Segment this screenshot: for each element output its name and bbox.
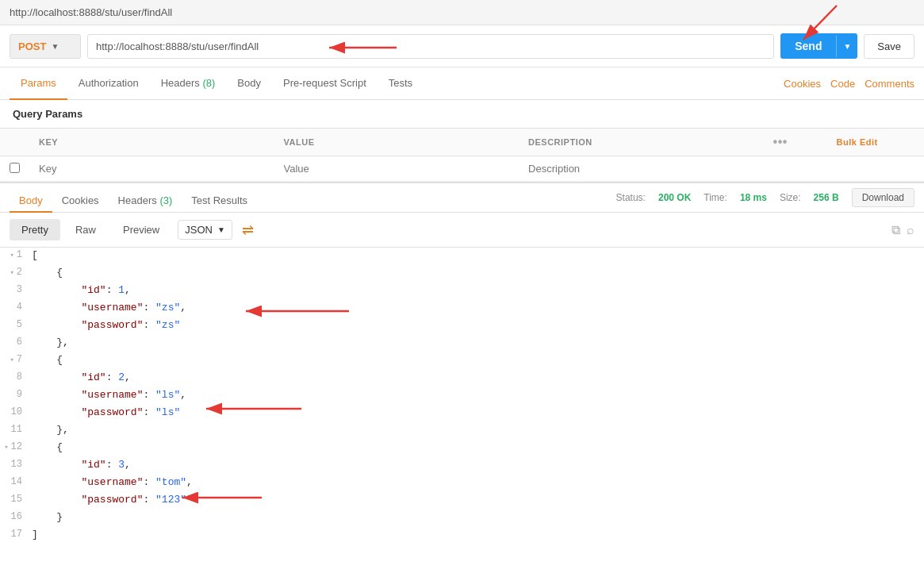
tab-params[interactable]: Params: [10, 67, 67, 100]
th-key: KEY: [29, 129, 274, 156]
pretty-button[interactable]: Pretty: [10, 219, 60, 240]
code-line-7: ▾ 7 {: [0, 352, 924, 370]
code-toolbar: Pretty Raw Preview JSON ▼ ⇌ ⧉ ⌕: [0, 213, 924, 248]
fold-icon[interactable]: ▾: [10, 356, 13, 364]
format-label: JSON: [185, 224, 213, 236]
send-label: Send: [780, 33, 836, 59]
code-line-4: 4 "username": "zs",: [0, 300, 924, 317]
search-icon[interactable]: ⌕: [907, 223, 914, 237]
title-url: http://localhost:8888/stu/user/findAll: [10, 6, 172, 18]
preview-button[interactable]: Preview: [111, 219, 171, 240]
tab-prerequest[interactable]: Pre-request Script: [272, 67, 378, 100]
title-bar: http://localhost:8888/stu/user/findAll: [0, 0, 924, 25]
code-line-13: 13 "id": 3,: [0, 457, 924, 475]
status-label: Status:: [616, 192, 646, 203]
resp-tab-body[interactable]: Body: [10, 190, 52, 213]
code-line-8: 8 "id": 2,: [0, 370, 924, 387]
fold-icon[interactable]: ▾: [10, 268, 13, 277]
url-input[interactable]: [87, 34, 774, 59]
method-label: POST: [18, 40, 46, 52]
th-bulk-edit[interactable]: Bulk Edit: [827, 129, 924, 156]
copy-icon[interactable]: ⧉: [891, 223, 900, 237]
tab-authorization[interactable]: Authorization: [67, 67, 150, 100]
size-value: 256 B: [814, 192, 839, 203]
value-input[interactable]: [284, 160, 510, 178]
key-input[interactable]: [39, 160, 265, 178]
code-line-9: 9 "username": "ls",: [0, 387, 924, 405]
code-line-5: 5 "password": "zs": [0, 317, 924, 335]
comments-link[interactable]: Comments: [865, 78, 914, 90]
fold-icon[interactable]: ▾: [10, 251, 13, 260]
tab-headers[interactable]: Headers (8): [150, 67, 227, 100]
tab-body[interactable]: Body: [226, 67, 272, 100]
resp-tab-cookies[interactable]: Cookies: [52, 190, 109, 213]
resp-tab-headers[interactable]: Headers (3): [109, 190, 182, 213]
row-checkbox[interactable]: [10, 163, 20, 173]
params-row: [0, 156, 924, 182]
resp-tab-testresults[interactable]: Test Results: [182, 190, 257, 213]
request-tabs: Params Authorization Headers (8) Body Pr…: [0, 67, 924, 100]
raw-button[interactable]: Raw: [63, 219, 108, 240]
code-line-14: 14 "username": "tom",: [0, 475, 924, 492]
format-dropdown[interactable]: JSON ▼: [178, 220, 232, 240]
format-chevron-icon: ▼: [217, 225, 225, 234]
code-line-3: 3 "id": 1,: [0, 283, 924, 300]
send-dropdown-icon[interactable]: ▼: [836, 36, 857, 57]
th-actions: •••: [764, 129, 827, 156]
code-line-2: ▾ 2 {: [0, 265, 924, 283]
more-options-icon[interactable]: •••: [773, 135, 788, 148]
tabs-right-links: Cookies Code Comments: [784, 78, 914, 90]
code-area: ▾ 1 [ ▾ 2 { 3 "id": 1, 4: [0, 248, 924, 544]
wrap-icon[interactable]: ⇌: [242, 221, 254, 239]
code-link[interactable]: Code: [830, 78, 855, 90]
th-description: DESCRIPTION: [519, 129, 764, 156]
code-line-12: ▾ 12 {: [0, 440, 924, 457]
code-line-15: 15 "password": "123": [0, 492, 924, 510]
send-button[interactable]: Send ▼: [780, 33, 857, 59]
code-line-6: 6 },: [0, 335, 924, 352]
th-checkbox: [0, 129, 29, 156]
response-tabs: Body Cookies Headers (3) Test Results St…: [0, 182, 924, 213]
status-value: 200 OK: [658, 192, 691, 203]
description-input[interactable]: [528, 160, 754, 178]
query-params-header: Query Params: [0, 100, 924, 129]
code-line-10: 10 "password": "ls": [0, 405, 924, 422]
url-bar: POST ▼ Send ▼ Save: [0, 25, 924, 67]
save-label: Save: [877, 40, 901, 52]
th-value: VALUE: [274, 129, 520, 156]
method-chevron-icon: ▼: [51, 42, 59, 51]
code-line-11: 11 },: [0, 422, 924, 440]
params-table: KEY VALUE DESCRIPTION ••• Bulk Edit: [0, 129, 924, 182]
tab-tests[interactable]: Tests: [378, 67, 424, 100]
fold-icon[interactable]: ▾: [4, 443, 8, 452]
response-status: Status: 200 OK Time: 18 ms Size: 256 B D…: [616, 188, 914, 207]
size-label: Size:: [780, 192, 801, 203]
download-button[interactable]: Download: [852, 188, 914, 207]
cookies-link[interactable]: Cookies: [784, 78, 821, 90]
time-value: 18 ms: [740, 192, 767, 203]
code-line-17: 17 ]: [0, 527, 924, 544]
save-button[interactable]: Save: [864, 34, 914, 59]
code-line-16: 16 }: [0, 510, 924, 527]
method-dropdown[interactable]: POST ▼: [10, 34, 81, 59]
code-line-1: ▾ 1 [: [0, 248, 924, 265]
time-label: Time:: [704, 192, 727, 203]
